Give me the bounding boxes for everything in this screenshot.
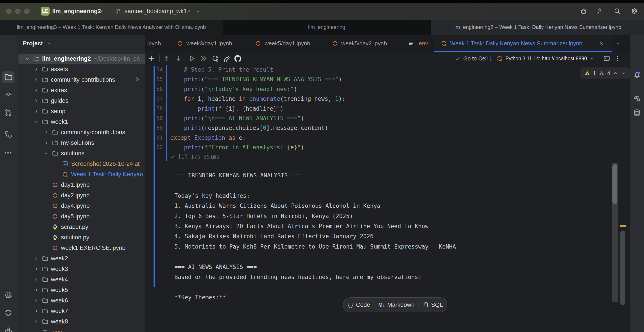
tab-list-chevron-icon[interactable] bbox=[616, 40, 621, 46]
tree-item-week8[interactable]: week8 bbox=[17, 316, 145, 327]
tree-item-community-contributions[interactable]: community-contributions bbox=[17, 74, 145, 85]
editor-tab-week5-day1[interactable]: week5/day1.ipynb bbox=[255, 35, 310, 52]
pull-requests-tool-button[interactable] bbox=[0, 108, 17, 117]
chevron-right-icon[interactable] bbox=[44, 140, 49, 146]
tree-item-screenshot-2025-10-24-at[interactable]: Screenshot 2025-10-24 at bbox=[17, 159, 145, 169]
python-console-tool-button[interactable] bbox=[0, 327, 17, 332]
run-cell-icon[interactable] bbox=[188, 54, 196, 62]
database-button[interactable] bbox=[630, 109, 644, 117]
restart-kernel-icon[interactable] bbox=[212, 54, 219, 62]
window-tab-llm-engineering2[interactable]: llm_engineering2 – Week 1 Task: Daily Ke… bbox=[431, 20, 644, 35]
add-code-cell-button[interactable]: {} Code bbox=[347, 302, 370, 308]
tree-item-week7[interactable]: week7 bbox=[17, 306, 145, 316]
huggingface-tool-button[interactable] bbox=[0, 291, 17, 300]
tree-item-week5[interactable]: week5 bbox=[17, 285, 145, 295]
tree-item-week1-exercise-ipynb[interactable]: week1 EXERCISE.ipynb bbox=[17, 243, 145, 253]
ai-chat-button[interactable] bbox=[630, 94, 644, 103]
tree-item-solutions[interactable]: solutions bbox=[17, 148, 145, 159]
more-options-icon[interactable] bbox=[614, 55, 621, 62]
chevron-right-icon[interactable] bbox=[33, 266, 39, 272]
output-scrollbar-thumb[interactable] bbox=[612, 164, 617, 204]
tree-item-assets[interactable]: assets bbox=[17, 64, 145, 74]
tree-item-my-solutions[interactable]: my-solutions bbox=[17, 138, 145, 148]
code-line-59[interactable]: print("\n=== AI NEWS ANALYSIS ===") bbox=[170, 113, 304, 123]
minimize-window-button[interactable] bbox=[15, 8, 20, 14]
editor-scrollbar-thumb[interactable] bbox=[620, 231, 625, 305]
tree-item-week2[interactable]: week2 bbox=[17, 253, 145, 264]
settings-gear-icon[interactable] bbox=[630, 7, 638, 15]
cell-code-editor[interactable]: # Step 5: Print the result print("=== TR… bbox=[170, 65, 613, 153]
run-line-marker-icon[interactable] bbox=[135, 76, 140, 82]
structure-tool-button[interactable] bbox=[0, 130, 17, 139]
move-cell-up-icon[interactable] bbox=[163, 54, 171, 62]
tree-item-day1-ipynb[interactable]: day1.ipynb bbox=[17, 179, 145, 190]
chevron-right-icon[interactable] bbox=[44, 129, 49, 135]
go-to-cell-button[interactable]: Go to Cell 1 bbox=[454, 55, 492, 62]
tree-item-day4-ipynb[interactable]: day4.ipynb bbox=[17, 201, 145, 211]
tree-item-guides[interactable]: guides bbox=[17, 96, 145, 106]
chevron-right-icon[interactable] bbox=[33, 319, 39, 324]
chevron-down-icon[interactable] bbox=[99, 9, 104, 13]
chevron-down-icon[interactable] bbox=[33, 119, 39, 125]
close-window-button[interactable] bbox=[6, 8, 12, 14]
next-warning-icon[interactable] bbox=[621, 70, 626, 76]
tree-item-week3[interactable]: week3 bbox=[17, 264, 145, 274]
tree-item-week1[interactable]: week1 bbox=[17, 117, 145, 127]
chevron-down-icon[interactable] bbox=[46, 41, 51, 46]
code-line-57[interactable]: for i, headline in enumerate(trending_ne… bbox=[170, 94, 345, 104]
tree-item-extras[interactable]: extras bbox=[17, 85, 145, 96]
jupyter-tool-button[interactable] bbox=[0, 308, 17, 317]
commit-tool-button[interactable] bbox=[0, 90, 17, 99]
branch-switcher[interactable]: samuel_bootcamp_wk1 bbox=[124, 3, 187, 20]
editor-tab-week5-day2[interactable]: week5/day2.ipynb bbox=[332, 35, 387, 52]
github-icon[interactable] bbox=[234, 54, 242, 62]
run-all-cells-icon[interactable] bbox=[200, 54, 208, 62]
prev-warning-icon[interactable] bbox=[613, 70, 618, 76]
window-tab-llm-engineering3[interactable]: llm_engineering3 – Week 1 Task: Kenyan D… bbox=[0, 20, 223, 35]
chevron-right-icon[interactable] bbox=[33, 87, 39, 93]
add-cell-icon[interactable] bbox=[148, 54, 155, 62]
chevron-down-icon[interactable] bbox=[24, 56, 30, 62]
chevron-down-icon[interactable] bbox=[44, 151, 49, 156]
close-icon[interactable] bbox=[598, 40, 604, 46]
chevron-right-icon[interactable] bbox=[33, 77, 39, 83]
zoom-window-button[interactable] bbox=[24, 8, 30, 14]
chevron-right-icon[interactable] bbox=[33, 277, 39, 282]
kernel-selector[interactable]: Python 3.11.14: http://localhost:8890 bbox=[496, 55, 595, 62]
editor-tab-week3-day1[interactable]: week3/day1.ipynb bbox=[177, 35, 232, 52]
code-line-58[interactable]: print(f"{i}. {headline}") bbox=[170, 104, 284, 113]
chevron-right-icon[interactable] bbox=[33, 66, 39, 72]
tree-item-setup[interactable]: setup bbox=[17, 106, 145, 117]
code-line-55[interactable]: print("=== TRENDING KENYAN NEWS ANALYSIS… bbox=[170, 74, 342, 84]
chevron-right-icon[interactable] bbox=[33, 256, 39, 261]
editor-tab-active[interactable]: Week 1 Task: Daily Kenyan News Summarize… bbox=[434, 35, 612, 52]
tree-item-week4[interactable]: week4 bbox=[17, 274, 145, 285]
project-panel-title[interactable]: Project bbox=[23, 40, 43, 47]
chevron-right-icon[interactable] bbox=[33, 298, 39, 303]
search-icon[interactable] bbox=[613, 7, 621, 15]
ai-assistant-icon[interactable] bbox=[579, 7, 587, 15]
more-tools-button[interactable]: ••• bbox=[0, 149, 17, 156]
tree-item-week6[interactable]: week6 bbox=[17, 295, 145, 306]
chevron-right-icon[interactable] bbox=[33, 308, 39, 314]
tree-item-community-contributions[interactable]: community-contributions bbox=[17, 127, 145, 138]
add-sql-cell-button[interactable]: SQL bbox=[423, 302, 443, 308]
tree-item-solution-py[interactable]: solution.py bbox=[17, 232, 145, 243]
code-line-54[interactable]: # Step 5: Print the result bbox=[170, 65, 273, 74]
tree-item-week-1-task-daily-kenyan[interactable]: Week 1 Task: Daily Kenyan bbox=[17, 169, 145, 179]
editor-tab-env[interactable]: .env bbox=[408, 35, 428, 52]
project-switcher[interactable]: llm_engineering2 bbox=[52, 3, 101, 20]
notifications-button[interactable] bbox=[630, 70, 644, 79]
warning-stripe-mark[interactable] bbox=[620, 225, 626, 227]
chevron-down-icon[interactable] bbox=[196, 9, 200, 13]
project-tool-button[interactable] bbox=[0, 73, 17, 81]
clear-outputs-icon[interactable] bbox=[223, 54, 231, 62]
code-line-61[interactable]: except Exception as e: bbox=[170, 133, 246, 143]
editor-tab-fragment[interactable]: .ipynb bbox=[146, 35, 161, 52]
add-markdown-cell-button[interactable]: M↓ Markdown bbox=[378, 302, 414, 308]
chevron-right-icon[interactable] bbox=[33, 287, 39, 293]
tree-item-llm-engineering2[interactable]: llm_engineering2~/Desktop/llm_en bbox=[17, 53, 145, 64]
jupyter-console-icon[interactable] bbox=[603, 55, 610, 62]
chevron-right-icon[interactable] bbox=[33, 98, 39, 104]
tree-item--env[interactable]: .env bbox=[17, 327, 145, 332]
